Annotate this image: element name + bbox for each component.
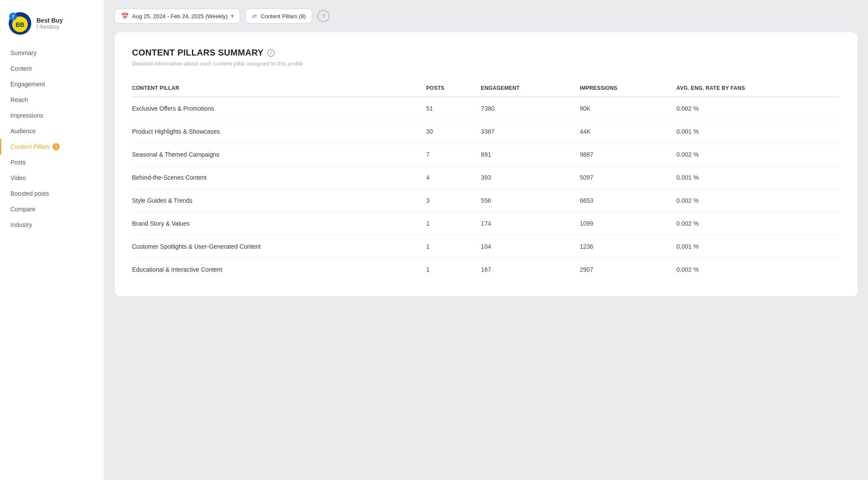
sidebar-item-compare[interactable]: Compare	[0, 201, 104, 217]
cell-avg-eng-rate: 0.002 %	[677, 143, 840, 166]
sidebar-item-content-pillars[interactable]: Content Pillars ?	[0, 139, 104, 155]
cell-pillar: Customer Spotlights & User-Generated Con…	[132, 235, 426, 258]
cell-pillar: Exclusive Offers & Promotions	[132, 97, 426, 120]
cell-impressions: 1236	[580, 235, 677, 258]
brand-logo: BB f	[9, 12, 31, 35]
svg-text:BB: BB	[16, 21, 24, 28]
brand-name: Best Buy	[36, 17, 63, 24]
cell-posts: 1	[426, 258, 481, 281]
col-header-pillar: CONTENT PILLAR	[132, 81, 426, 97]
sidebar-item-engagement[interactable]: Engagement	[0, 76, 104, 92]
table-row: Brand Story & Values 1 174 1099 0.002 %	[132, 212, 840, 235]
card-title: CONTENT PILLARS SUMMARY i	[132, 48, 840, 58]
cell-engagement: 7380	[481, 97, 580, 120]
sidebar-item-label: Reach	[10, 96, 28, 103]
cell-posts: 1	[426, 235, 481, 258]
cell-engagement: 167	[481, 258, 580, 281]
col-header-impressions: IMPRESSIONS	[580, 81, 677, 97]
content-pillars-table: CONTENT PILLAR POSTS ENGAGEMENT IMPRESSI…	[132, 81, 840, 281]
sidebar-item-label: Content	[10, 65, 32, 72]
table-header-row: CONTENT PILLAR POSTS ENGAGEMENT IMPRESSI…	[132, 81, 840, 97]
main-content: 📅 Aug 25, 2024 - Feb 24, 2025 (Weekly) ▾…	[104, 0, 868, 480]
cell-pillar: Style Guides & Trends	[132, 189, 426, 212]
sidebar-item-boosted-posts[interactable]: Boosted posts	[0, 186, 104, 201]
cell-impressions: 90K	[580, 97, 677, 120]
chevron-down-icon: ▾	[231, 13, 234, 19]
cell-posts: 4	[426, 166, 481, 189]
brand-info: Best Buy f /bestbuy	[36, 17, 63, 30]
cell-posts: 3	[426, 189, 481, 212]
sidebar-item-label: Audience	[10, 128, 36, 135]
cell-impressions: 1099	[580, 212, 677, 235]
info-icon[interactable]: i	[267, 49, 275, 57]
cell-avg-eng-rate: 0.001 %	[677, 235, 840, 258]
table-row: Educational & Interactive Content 1 167 …	[132, 258, 840, 281]
sidebar-item-posts[interactable]: Posts	[0, 155, 104, 170]
cell-engagement: 393	[481, 166, 580, 189]
sidebar-item-label: Industry	[10, 221, 32, 228]
sidebar-item-video[interactable]: Video	[0, 170, 104, 186]
content-pillars-card: CONTENT PILLARS SUMMARY i Detailed infor…	[115, 32, 858, 296]
cell-engagement: 3387	[481, 120, 580, 143]
sidebar-item-label: Compare	[10, 206, 36, 213]
sidebar-item-label: Engagement	[10, 81, 45, 88]
table-row: Behind-the-Scenes Content 4 393 5097 0.0…	[132, 166, 840, 189]
svg-text:f: f	[12, 14, 14, 19]
cell-pillar: Product Highlights & Showcases	[132, 120, 426, 143]
cell-pillar: Behind-the-Scenes Content	[132, 166, 426, 189]
cell-engagement: 174	[481, 212, 580, 235]
date-range-picker[interactable]: 📅 Aug 25, 2024 - Feb 24, 2025 (Weekly) ▾	[115, 9, 240, 23]
sidebar-item-label: Summary	[10, 49, 36, 56]
cell-posts: 7	[426, 143, 481, 166]
cell-avg-eng-rate: 0.001 %	[677, 166, 840, 189]
sidebar-item-industry[interactable]: Industry	[0, 217, 104, 233]
table-row: Style Guides & Trends 3 556 6653 0.002 %	[132, 189, 840, 212]
sidebar-item-content[interactable]: Content	[0, 61, 104, 76]
table-row: Customer Spotlights & User-Generated Con…	[132, 235, 840, 258]
col-header-posts: POSTS	[426, 81, 481, 97]
cell-impressions: 2907	[580, 258, 677, 281]
cell-pillar: Seasonal & Themed Campaigns	[132, 143, 426, 166]
col-header-engagement: ENGAGEMENT	[481, 81, 580, 97]
brand-area: BB f Best Buy f /bestbuy	[0, 7, 104, 45]
sidebar-item-label: Content Pillars	[10, 143, 50, 150]
cell-posts: 51	[426, 97, 481, 120]
cell-engagement: 556	[481, 189, 580, 212]
cell-avg-eng-rate: 0.002 %	[677, 258, 840, 281]
sidebar-item-summary[interactable]: Summary	[0, 45, 104, 61]
cell-avg-eng-rate: 0.002 %	[677, 189, 840, 212]
content-pillars-help-icon[interactable]: ?	[53, 143, 59, 150]
sidebar-item-label: Boosted posts	[10, 190, 49, 197]
filter-icon: ⇄	[252, 13, 257, 20]
pillars-filter-button[interactable]: ⇄ Content Pillars (8)	[245, 9, 312, 23]
cell-impressions: 6653	[580, 189, 677, 212]
toolbar: 📅 Aug 25, 2024 - Feb 24, 2025 (Weekly) ▾…	[115, 9, 858, 23]
cell-engagement: 104	[481, 235, 580, 258]
cell-avg-eng-rate: 0.002 %	[677, 212, 840, 235]
sidebar-nav: Summary Content Engagement Reach Impress…	[0, 45, 104, 236]
sidebar-item-label: Posts	[10, 159, 26, 166]
table-row: Product Highlights & Showcases 30 3387 4…	[132, 120, 840, 143]
toolbar-help-button[interactable]: ?	[317, 10, 330, 22]
sidebar-item-label: Impressions	[10, 112, 43, 119]
pillars-filter-label: Content Pillars (8)	[261, 13, 306, 20]
cell-posts: 30	[426, 120, 481, 143]
sidebar-item-audience[interactable]: Audience	[0, 123, 104, 139]
brand-handle: f /bestbuy	[36, 24, 63, 30]
question-mark-icon: ?	[322, 13, 325, 20]
sidebar: BB f Best Buy f /bestbuy Summary Content…	[0, 0, 104, 480]
cell-posts: 1	[426, 212, 481, 235]
card-subtitle: Detailed information about each content …	[132, 60, 840, 67]
cell-impressions: 9887	[580, 143, 677, 166]
sidebar-item-impressions[interactable]: Impressions	[0, 108, 104, 123]
cell-impressions: 44K	[580, 120, 677, 143]
card-title-text: CONTENT PILLARS SUMMARY	[132, 48, 264, 58]
cell-pillar: Educational & Interactive Content	[132, 258, 426, 281]
sidebar-item-label: Video	[10, 174, 26, 181]
cell-engagement: 891	[481, 143, 580, 166]
calendar-icon: 📅	[121, 13, 129, 20]
cell-avg-eng-rate: 0.001 %	[677, 120, 840, 143]
cell-impressions: 5097	[580, 166, 677, 189]
sidebar-item-reach[interactable]: Reach	[0, 92, 104, 108]
cell-pillar: Brand Story & Values	[132, 212, 426, 235]
